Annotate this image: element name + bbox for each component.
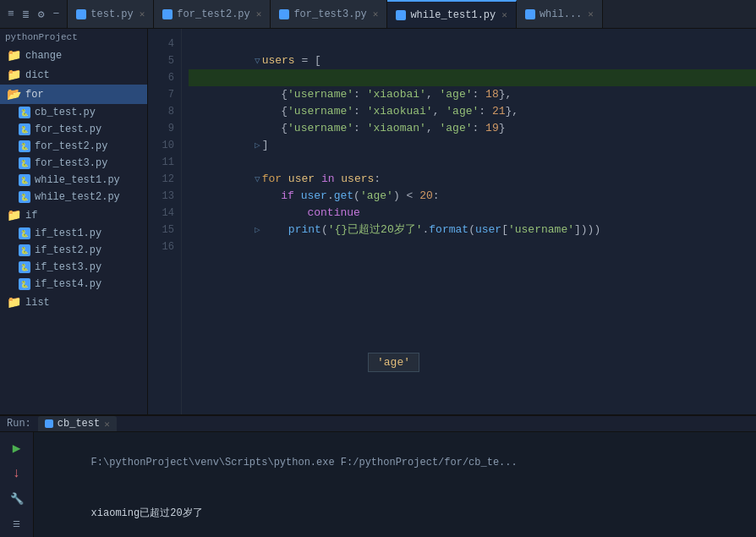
sidebar-item-if-test2[interactable]: 🐍 if_test2.py <box>0 242 147 259</box>
line-num-11: 11 <box>148 154 181 171</box>
tab-close-test-py[interactable]: ✕ <box>140 8 145 19</box>
file-dot-icon: 🐍 <box>19 107 30 118</box>
code-line-13: continue <box>189 188 756 205</box>
line-num-16: 16 <box>148 238 181 255</box>
sidebar-item-for[interactable]: 📂 for <box>0 85 147 104</box>
code-line-5: {'username': 'xiaoming', 'age': 20}, <box>189 52 756 69</box>
line-num-15: 15 <box>148 222 181 238</box>
tab-icon-settings[interactable]: ⚙ <box>36 6 47 23</box>
sidebar-item-for-test3[interactable]: 🐍 for_test3.py <box>0 155 147 172</box>
code-line-15 <box>189 222 756 238</box>
tab-for-test3-py[interactable]: for_test3.py ✕ <box>271 0 387 28</box>
line-num-10: 10 <box>148 137 181 154</box>
tab-test-py[interactable]: test.py ✕ <box>68 0 154 28</box>
file-dot-icon: 🐍 <box>19 140 30 152</box>
file-dot-icon: 🐍 <box>19 244 30 256</box>
run-content: ▶ ↓ 🔧 ☰ F:\pythonProject\venv\Scripts\py… <box>0 432 756 537</box>
sidebar-item-if-test1[interactable]: 🐍 if_test1.py <box>0 225 147 242</box>
tab-icon-split[interactable]: ≣ <box>20 6 32 23</box>
run-output: F:\pythonProject\venv\Scripts\python.exe… <box>34 432 756 537</box>
run-stop-button[interactable]: ↓ <box>8 464 26 483</box>
run-output-line-1: xiaoming已超过20岁了 <box>42 488 748 537</box>
run-tab-icon <box>45 419 53 428</box>
code-line-9: ▷] <box>189 120 756 137</box>
line-num-4: 4 <box>148 36 181 52</box>
sidebar-item-while-test2[interactable]: 🐍 while_test2.py <box>0 189 147 205</box>
run-tab-close[interactable]: ✕ <box>104 419 110 430</box>
folder-icon: 📁 <box>7 295 21 310</box>
sidebar-item-change[interactable]: 📁 change <box>0 46 147 65</box>
code-line-8: {'username': 'xiaoman', 'age': 19} <box>189 103 756 120</box>
folder-icon: 📁 <box>7 48 21 63</box>
tab-while-test1-py[interactable]: while_test1.py ✕ <box>387 0 516 28</box>
sidebar-item-if-test3[interactable]: 🐍 if_test3.py <box>0 259 147 276</box>
sidebar-header: pythonProject <box>0 29 147 46</box>
sidebar-item-while-test1[interactable]: 🐍 while_test1.py <box>0 172 147 189</box>
code-area: 4 5 6 7 8 9 10 11 12 13 14 15 16 ▽users … <box>148 29 756 414</box>
file-dot-icon: 🐍 <box>19 123 30 135</box>
autocomplete-tooltip: 'age' <box>368 353 419 372</box>
folder-icon: 📁 <box>7 208 21 222</box>
sidebar: pythonProject 📁 change 📁 dict 📂 for 🐍 cb… <box>0 29 148 414</box>
run-extra-button[interactable]: ☰ <box>8 515 26 534</box>
file-icon <box>279 9 289 19</box>
file-dot-icon: 🐍 <box>19 157 30 169</box>
editor[interactable]: 4 5 6 7 8 9 10 11 12 13 14 15 16 ▽users … <box>148 29 756 414</box>
code-line-12: if user.get('age') < 20: <box>189 171 756 188</box>
file-icon <box>396 10 406 20</box>
tab-icon-collapse[interactable]: ≡ <box>5 6 17 22</box>
code-lines: ▽users = [ {'username': 'xiaoming', 'age… <box>182 29 756 414</box>
code-line-16 <box>189 238 756 255</box>
code-line-4: ▽users = [ <box>189 36 756 52</box>
line-num-7: 7 <box>148 86 181 103</box>
code-line-7: {'username': 'xiaokuai', 'age': 21}, <box>189 86 756 103</box>
code-line-11: ▽for user in users: <box>189 154 756 171</box>
tab-close-for-test2-py[interactable]: ✕ <box>256 8 262 19</box>
bottom-panel: Run: cb_test ✕ ▶ ↓ 🔧 ☰ F:\pythonProject\… <box>0 414 756 537</box>
folder-icon: 📁 <box>7 68 21 82</box>
tab-close-while-partial[interactable]: ✕ <box>588 8 594 19</box>
code-line-10 <box>189 137 756 154</box>
file-dot-icon: 🐍 <box>19 261 30 273</box>
line-num-12: 12 <box>148 171 181 188</box>
line-numbers: 4 5 6 7 8 9 10 11 12 13 14 15 16 <box>148 29 182 414</box>
sidebar-item-for-test2[interactable]: 🐍 for_test2.py <box>0 138 147 155</box>
sidebar-item-cb-test[interactable]: 🐍 cb_test.py <box>0 104 147 121</box>
tab-bar: ≡ ≣ ⚙ − test.py ✕ for_test2.py ✕ for_tes… <box>0 0 756 29</box>
run-play-button[interactable]: ▶ <box>8 439 26 458</box>
line-num-9: 9 <box>148 120 181 137</box>
sidebar-item-dict[interactable]: 📁 dict <box>0 65 147 85</box>
line-num-5: 5 <box>148 52 181 69</box>
tab-icons: ≡ ≣ ⚙ − <box>0 0 68 28</box>
file-dot-icon: 🐍 <box>19 227 30 239</box>
run-settings-button[interactable]: 🔧 <box>8 490 26 508</box>
code-line-6: {'username': 'xiaobai', 'age': 18}, <box>189 69 756 86</box>
file-icon <box>525 9 535 19</box>
file-icon <box>76 9 86 19</box>
run-controls: ▶ ↓ 🔧 ☰ <box>0 432 34 537</box>
sidebar-item-if[interactable]: 📁 if <box>0 205 147 225</box>
line-num-13: 13 <box>148 188 181 205</box>
sidebar-item-if-test4[interactable]: 🐍 if_test4.py <box>0 276 147 293</box>
file-icon <box>162 9 173 19</box>
line-num-6: 6 <box>148 69 181 86</box>
file-dot-icon: 🐍 <box>19 191 30 203</box>
run-tab-cb-test[interactable]: cb_test ✕ <box>38 416 117 431</box>
run-tab-bar: Run: cb_test ✕ <box>0 416 756 432</box>
tab-for-test2-py[interactable]: for_test2.py ✕ <box>154 0 271 28</box>
code-line-14: ▷ print('{}已超过20岁了'.format(user['usernam… <box>189 205 756 222</box>
file-dot-icon: 🐍 <box>19 174 30 186</box>
tab-icon-minus[interactable]: − <box>50 6 62 22</box>
main-content: pythonProject 📁 change 📁 dict 📂 for 🐍 cb… <box>0 29 756 414</box>
folder-icon-open: 📂 <box>7 87 21 101</box>
sidebar-item-list[interactable]: 📁 list <box>0 293 147 312</box>
sidebar-item-for-test[interactable]: 🐍 for_test.py <box>0 121 147 138</box>
tab-close-for-test3-py[interactable]: ✕ <box>373 8 379 19</box>
line-num-14: 14 <box>148 205 181 222</box>
tab-while-partial[interactable]: whil... ✕ <box>517 0 603 28</box>
run-label: Run: <box>7 418 31 430</box>
tab-close-while-test1-py[interactable]: ✕ <box>501 9 507 20</box>
line-num-8: 8 <box>148 103 181 120</box>
file-dot-icon: 🐍 <box>19 278 30 290</box>
run-cmd-line: F:\pythonProject\venv\Scripts\python.exe… <box>42 437 748 488</box>
